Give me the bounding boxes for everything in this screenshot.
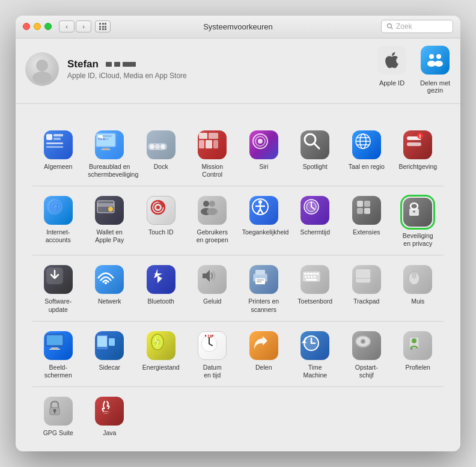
nav-buttons: ‹ › <box>59 20 91 32</box>
icon-bg-siri <box>249 130 278 159</box>
svg-rect-19 <box>101 149 111 150</box>
svg-rect-76 <box>255 270 265 275</box>
icon-item-security[interactable]: Beveiligingen privacy <box>392 189 444 252</box>
svg-point-47 <box>108 207 113 212</box>
icon-item-language[interactable]: Taal en regio <box>341 123 392 183</box>
icon-item-datetime[interactable]: 18 Datumen tijd <box>187 324 239 384</box>
icon-label-dock: Dock <box>154 163 168 171</box>
icon-item-energy[interactable]: Energiestand <box>135 324 187 384</box>
icon-item-extensions[interactable]: Extensies <box>341 189 392 252</box>
icon-item-displays[interactable]: Beeld-schermen <box>32 324 84 384</box>
close-button[interactable] <box>23 23 30 30</box>
svg-point-4 <box>429 54 434 59</box>
icon-item-touchid[interactable]: Touch ID <box>135 189 187 252</box>
icon-wrapper-internet: @ <box>43 195 74 226</box>
icon-item-sound[interactable]: Geluid <box>187 258 239 318</box>
maximize-button[interactable] <box>44 23 52 30</box>
family-action[interactable]: Delen metgezin <box>420 44 451 94</box>
search-placeholder: Zoek <box>396 22 412 31</box>
icon-item-internet[interactable]: @ Internet-accounts <box>32 189 84 252</box>
icon-item-printers[interactable]: Printers enscanners <box>238 258 290 318</box>
icon-wrapper-mission <box>197 129 228 160</box>
icon-item-sharing[interactable]: Delen <box>238 324 290 384</box>
minimize-button[interactable] <box>34 23 41 30</box>
svg-point-54 <box>207 208 218 215</box>
icon-item-startup[interactable]: Opstart-schijf <box>341 324 392 384</box>
icon-item-softwareupdate[interactable]: Software-update <box>32 258 84 318</box>
icon-label-sidecar: Sidecar <box>99 364 120 371</box>
forward-button[interactable]: › <box>76 20 91 32</box>
icon-item-algemeen[interactable]: Algemeen <box>32 123 84 183</box>
svg-rect-86 <box>305 276 307 278</box>
icon-wrapper-softwareupdate <box>43 264 74 295</box>
icon-wrapper-notification: 3 <box>402 129 433 160</box>
icon-wrapper-sound <box>197 264 228 295</box>
icon-wrapper-energy <box>145 330 177 361</box>
svg-point-21 <box>150 144 154 149</box>
icon-item-sidecar[interactable]: Sidecar <box>84 324 136 384</box>
icon-item-keyboard[interactable]: Toetsenbord <box>290 258 341 318</box>
icon-item-notification[interactable]: 3 Berichtgeving <box>392 123 444 183</box>
icon-label-energy: Energiestand <box>142 364 180 371</box>
icon-bg-mission <box>198 130 227 159</box>
apple-id-action[interactable]: Apple ID <box>376 44 407 94</box>
icon-label-printers: Printers enscanners <box>248 298 279 313</box>
svg-rect-87 <box>308 276 310 278</box>
icon-item-dock[interactable]: Dock <box>135 123 187 183</box>
icon-item-network[interactable]: Netwerk <box>84 258 136 318</box>
svg-point-3 <box>32 72 52 84</box>
icon-item-bureaublad[interactable]: New Bureaublad enschermbeveiliging <box>84 123 136 183</box>
icon-bg-algemeen <box>44 130 73 159</box>
icon-item-trackpad[interactable]: Trackpad <box>341 258 392 318</box>
icon-label-displays: Beeld-schermen <box>44 364 72 379</box>
icon-item-screentime[interactable]: Schermtijd <box>290 189 341 252</box>
svg-rect-89 <box>314 276 316 278</box>
icon-item-wallet[interactable]: Wallet enApple Pay <box>84 189 136 252</box>
svg-point-117 <box>362 340 364 343</box>
icon-item-java[interactable]: Java <box>84 389 136 442</box>
icon-wrapper-algemeen <box>43 129 74 160</box>
icon-wrapper-wallet <box>94 195 125 226</box>
apple-logo-icon <box>377 46 406 75</box>
svg-rect-67 <box>357 208 363 214</box>
avatar <box>25 52 59 86</box>
icon-item-timemachine[interactable]: TimeMachine <box>290 324 341 384</box>
icon-item-users[interactable]: Gebruikersen groepen <box>187 189 239 252</box>
grid-view-button[interactable] <box>95 20 111 32</box>
icon-wrapper-trackpad <box>351 264 382 295</box>
icon-label-profiles: Profielen <box>406 364 430 371</box>
icon-wrapper-sharing <box>248 330 279 361</box>
svg-rect-17 <box>103 138 109 140</box>
icon-item-bluetooth[interactable]: Bluetooth <box>135 258 187 318</box>
icon-bg-internet: @ <box>44 196 73 225</box>
icon-wrapper-datetime: 18 <box>197 330 228 361</box>
svg-rect-81 <box>304 273 307 275</box>
icon-item-mouse[interactable]: Muis <box>392 258 444 318</box>
svg-point-118 <box>412 338 416 343</box>
icon-bg-spotlight <box>301 130 329 159</box>
icon-label-sound: Geluid <box>203 298 221 305</box>
icon-label-accessibility: Toegankelijkheid <box>242 228 285 236</box>
icon-bg-sharing <box>249 331 278 360</box>
svg-rect-9 <box>53 134 63 136</box>
search-box[interactable]: Zoek <box>381 20 453 33</box>
icon-item-siri[interactable]: Siri <box>238 123 290 183</box>
icon-label-sharing: Delen <box>255 364 272 371</box>
apple-id-label: Apple ID <box>379 79 404 87</box>
svg-rect-68 <box>364 208 370 214</box>
divider-3 <box>32 321 444 322</box>
icon-item-gpg[interactable]: GPG Suite <box>32 389 84 442</box>
icon-bg-keyboard <box>301 265 329 294</box>
back-button[interactable]: ‹ <box>59 20 75 32</box>
icon-bg-users <box>198 196 227 225</box>
icon-bg-mouse <box>403 265 432 294</box>
svg-rect-99 <box>49 349 60 350</box>
icon-item-profiles[interactable]: Profielen <box>392 324 444 384</box>
icon-item-mission[interactable]: MissionControl <box>187 123 239 183</box>
icon-item-accessibility[interactable]: Toegankelijkheid <box>238 189 290 252</box>
icon-item-spotlight[interactable]: Spotlight <box>290 123 341 183</box>
icon-bg-bluetooth <box>147 265 175 294</box>
icon-label-gpg: GPG Suite <box>43 429 73 437</box>
svg-rect-8 <box>46 134 52 140</box>
icon-wrapper-bluetooth <box>145 264 177 295</box>
